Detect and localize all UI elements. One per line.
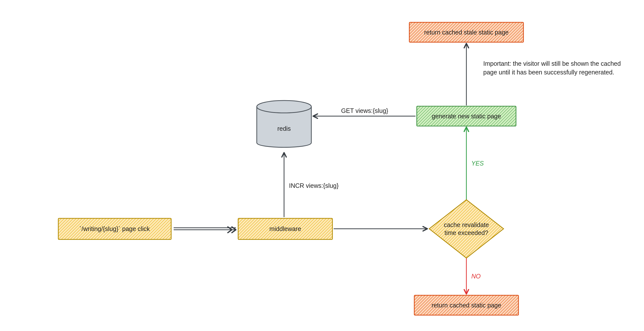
annotation-line1: Important: the visitor will still be sho…: [483, 60, 621, 67]
edge-label-get: GET views:{slug}: [341, 107, 388, 114]
node-return-cached: return cached static page: [414, 295, 518, 315]
node-decision-line2: time exceeded?: [444, 229, 488, 236]
diagram-annotation: Important: the visitor will still be sho…: [483, 60, 621, 76]
node-generate-label: generate new static page: [432, 113, 501, 120]
edge-pageclick-to-middleware: [174, 228, 236, 230]
edge-middleware-to-redis: INCR views:{slug}: [284, 152, 338, 217]
node-decision-line1: cache revalidate: [444, 221, 489, 228]
edge-label-no: NO: [471, 273, 481, 280]
edge-label-yes: YES: [471, 160, 484, 167]
flow-diagram: INCR views:{slug} YES NO GET views:{slug…: [0, 0, 644, 331]
node-middleware-label: middleware: [270, 225, 301, 232]
node-return-stale-label: return cached stale static page: [424, 29, 508, 36]
annotation-line2: page until it has been successfully rege…: [483, 69, 614, 76]
svg-point-11: [257, 100, 311, 113]
node-middleware: middleware: [238, 218, 332, 240]
node-return-stale: return cached stale static page: [409, 22, 524, 42]
edge-label-incr: INCR views:{slug}: [289, 182, 338, 189]
edge-decision-no: NO: [466, 258, 481, 294]
edge-decision-yes: YES: [466, 127, 484, 200]
edge-generate-to-redis: GET views:{slug}: [313, 107, 416, 116]
node-decision: cache revalidate time exceeded?: [429, 200, 504, 258]
node-page-click: `/writing/{slug}` page click: [58, 218, 171, 240]
node-return-cached-label: return cached static page: [432, 302, 501, 309]
node-redis: redis: [257, 100, 311, 148]
node-redis-label: redis: [277, 125, 291, 132]
node-page-click-label: `/writing/{slug}` page click: [80, 225, 150, 232]
node-generate: generate new static page: [417, 106, 516, 126]
